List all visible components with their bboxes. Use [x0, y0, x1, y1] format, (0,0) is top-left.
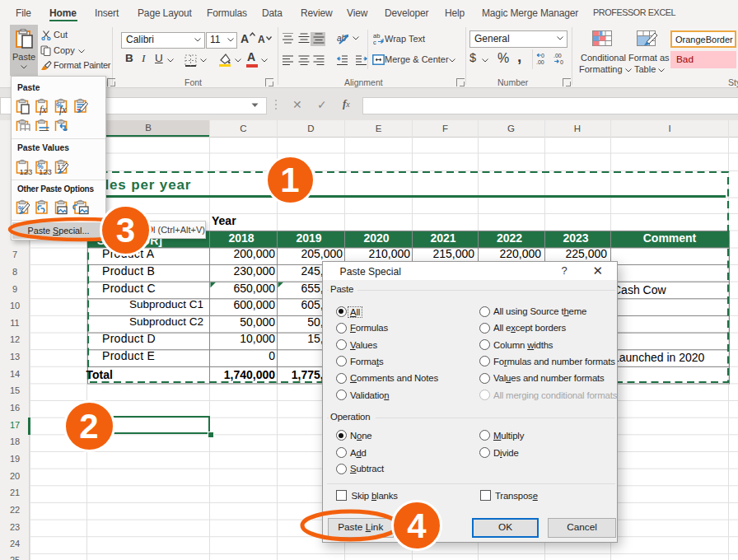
svg-text:0: 0 [541, 53, 544, 58]
svg-text:fx: fx [59, 104, 67, 115]
svg-text:123: 123 [20, 167, 33, 176]
svg-text:123: 123 [39, 167, 52, 176]
svg-text:c: c [373, 39, 376, 44]
svg-text:.00: .00 [554, 53, 562, 58]
svg-text:fx: fx [40, 104, 47, 115]
svg-text:.00: .00 [536, 59, 544, 65]
svg-text:0: 0 [560, 59, 563, 65]
